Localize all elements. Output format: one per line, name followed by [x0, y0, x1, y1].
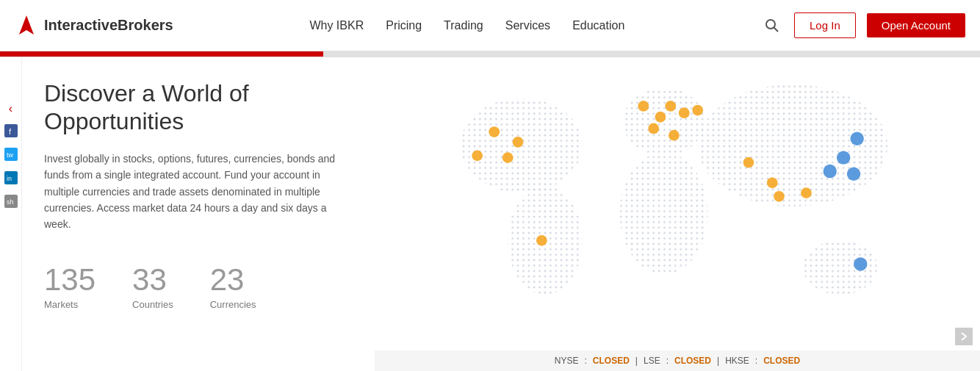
svg-text:in: in	[7, 175, 12, 182]
svg-point-20	[502, 152, 514, 163]
svg-point-23	[638, 101, 649, 112]
world-map-svg	[375, 57, 980, 349]
nav-trading[interactable]: Trading	[444, 19, 483, 32]
svg-point-21	[472, 150, 483, 161]
hkse-label: HKSE	[725, 356, 749, 366]
separator1: |	[635, 356, 638, 366]
svg-point-35	[837, 151, 850, 164]
lse-status: CLOSED	[674, 356, 711, 366]
svg-point-29	[692, 105, 703, 116]
main-content: ‹ f tw in sh Discover a World ofOpportun…	[0, 57, 980, 371]
share-icon[interactable]: sh	[2, 192, 20, 210]
svg-point-33	[801, 187, 812, 198]
nyse-separator: :	[584, 356, 586, 366]
svg-point-16	[698, 84, 888, 206]
twitter-icon[interactable]: tw	[2, 145, 20, 163]
svg-point-26	[679, 107, 690, 118]
world-map	[375, 57, 980, 349]
facebook-icon[interactable]: f	[2, 122, 20, 140]
nyse-status: CLOSED	[593, 356, 630, 366]
stat-countries: 33 Countries	[132, 262, 173, 310]
main-nav: Why IBKR Pricing Trading Services Educat…	[309, 19, 624, 32]
markets-number: 135	[44, 262, 96, 298]
separator2: |	[717, 356, 719, 366]
svg-line-2	[774, 27, 779, 32]
svg-point-34	[850, 132, 863, 145]
stat-markets: 135 Markets	[44, 262, 96, 310]
login-button[interactable]: Log In	[794, 12, 856, 38]
sub-header-bar	[0, 51, 980, 57]
open-account-button[interactable]: Open Account	[867, 13, 965, 37]
svg-point-31	[767, 177, 778, 188]
hero-description: Invest globally in stocks, options, futu…	[44, 151, 353, 233]
countries-number: 33	[132, 262, 173, 298]
logo-text: InteractiveBrokers	[44, 17, 173, 34]
svg-text:sh: sh	[7, 198, 14, 206]
svg-marker-0	[19, 15, 34, 35]
hero-section: Discover a World ofOpportunities Invest …	[22, 57, 375, 371]
hero-title: Discover a World ofOpportunities	[44, 79, 353, 136]
hkse-separator: :	[755, 356, 757, 366]
markets-label: Markets	[44, 299, 96, 310]
nav-education[interactable]: Education	[572, 19, 624, 32]
svg-point-30	[743, 157, 754, 168]
svg-point-28	[669, 130, 680, 141]
svg-point-18	[489, 126, 500, 137]
search-button[interactable]	[761, 15, 783, 37]
ibkr-logo-icon	[15, 14, 38, 37]
currencies-number: 23	[210, 262, 256, 298]
header-right: Log In Open Account	[761, 12, 965, 38]
arrow-right-icon	[959, 331, 969, 342]
svg-point-1	[766, 20, 775, 29]
lse-label: LSE	[644, 356, 660, 366]
svg-point-32	[774, 191, 785, 202]
nyse-label: NYSE	[555, 356, 579, 366]
countries-label: Countries	[132, 299, 173, 310]
market-status-bar: NYSE : CLOSED | LSE : CLOSED | HKSE : CL…	[375, 350, 980, 371]
header: InteractiveBrokers Why IBKR Pricing Trad…	[0, 0, 980, 51]
svg-point-36	[824, 165, 837, 178]
linkedin-icon[interactable]: in	[2, 169, 20, 187]
svg-point-15	[620, 152, 708, 274]
svg-point-19	[513, 137, 524, 148]
svg-text:tw: tw	[7, 151, 14, 159]
svg-point-24	[655, 112, 666, 123]
svg-point-22	[536, 235, 547, 246]
svg-point-37	[847, 168, 860, 181]
logo[interactable]: InteractiveBrokers	[15, 14, 173, 37]
stats-section: 135 Markets 33 Countries 23 Currencies	[44, 262, 353, 310]
search-icon	[765, 18, 779, 33]
world-map-area: NYSE : CLOSED | LSE : CLOSED | HKSE : CL…	[375, 57, 980, 371]
svg-point-14	[623, 88, 705, 156]
social-sidebar: ‹ f tw in sh	[0, 57, 22, 371]
svg-point-25	[665, 101, 676, 112]
nav-services[interactable]: Services	[505, 19, 550, 32]
svg-point-38	[854, 257, 867, 270]
currencies-label: Currencies	[210, 299, 256, 310]
lse-separator: :	[666, 356, 669, 366]
scroll-right-button[interactable]	[955, 328, 973, 345]
svg-point-27	[648, 123, 659, 134]
sidebar-collapse-button[interactable]: ‹	[4, 101, 18, 116]
hkse-status: CLOSED	[763, 356, 800, 366]
nav-why-ibkr[interactable]: Why IBKR	[309, 19, 364, 32]
stat-currencies: 23 Currencies	[210, 262, 256, 310]
nav-pricing[interactable]: Pricing	[386, 19, 422, 32]
